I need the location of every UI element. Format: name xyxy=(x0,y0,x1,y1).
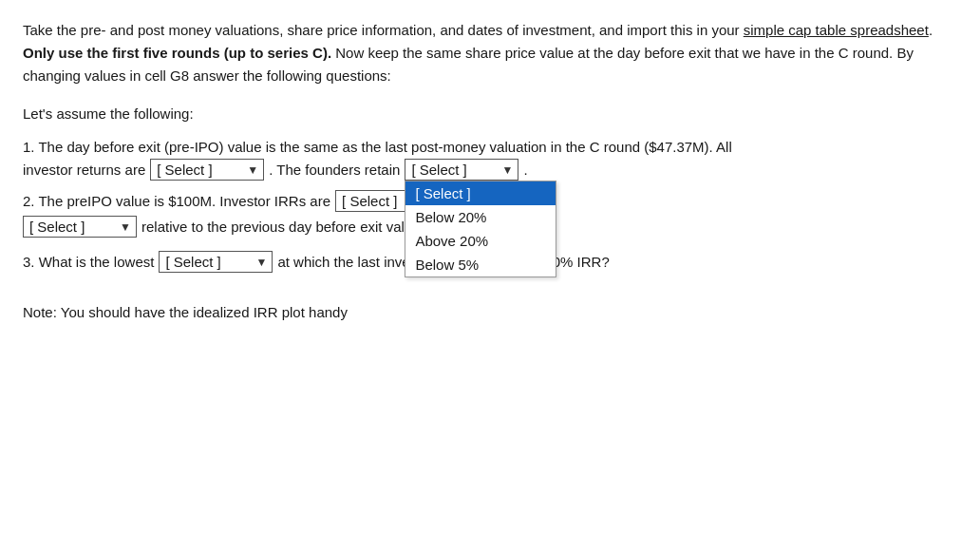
q2-text3: relative to the previous day before exit… xyxy=(141,219,424,235)
q1-select2-wrapper[interactable]: [ Select ] Below 20% Above 20% Below 5% … xyxy=(405,159,518,181)
q1-select2-dropdown[interactable]: [ Select ] Below 20% Above 20% Below 5% xyxy=(405,181,556,277)
intro-text-before-link: Take the pre- and post money valuations,… xyxy=(23,22,744,38)
assume-text: Let's assume the following: xyxy=(23,103,957,125)
q2-select2-wrapper: [ Select ] Below 20% Above 20% Below 5% … xyxy=(23,216,137,238)
question-1: 1. The day before exit (pre-IPO) value i… xyxy=(23,139,957,181)
q3-text1: 3. What is the lowest xyxy=(23,254,154,270)
q1-founders-label: . The founders retain xyxy=(269,162,400,178)
dropdown-item-below5[interactable]: Below 5% xyxy=(405,253,556,276)
q1-select2[interactable]: [ Select ] Below 20% Above 20% Below 5% xyxy=(405,159,518,181)
dropdown-item-below20[interactable]: Below 20% xyxy=(405,205,556,229)
q2-text1: 2. The preIPO value is $100M. Investor I… xyxy=(23,193,330,209)
q2-select2[interactable]: [ Select ] Below 20% Above 20% Below 5% xyxy=(23,216,137,238)
note-text: Note: You should have the idealized IRR … xyxy=(23,304,348,320)
intro-paragraph: Take the pre- and post money valuations,… xyxy=(23,19,957,87)
dropdown-item-above20[interactable]: Above 20% xyxy=(405,229,556,253)
q3-select1-wrapper: [ Select ] Below 20% Above 20% Below 5% … xyxy=(159,251,273,273)
note-section: Note: You should have the idealized IRR … xyxy=(23,301,957,324)
q1-line2: investor returns are [ Select ] Below 20… xyxy=(23,159,957,181)
q3-select1[interactable]: [ Select ] Below 20% Above 20% Below 5% xyxy=(159,251,273,273)
q1-line1: 1. The day before exit (pre-IPO) value i… xyxy=(23,139,957,155)
q1-select1[interactable]: [ Select ] Below 20% Above 20% Below 5% xyxy=(150,159,264,181)
spreadsheet-link[interactable]: simple cap table spreadsheet xyxy=(744,22,929,38)
dropdown-item-select[interactable]: [ Select ] xyxy=(405,181,556,205)
q1-investor-label: investor returns are xyxy=(23,162,145,178)
q1-period: . xyxy=(523,162,527,178)
q1-text-before: 1. The day before exit (pre-IPO) value i… xyxy=(23,139,732,155)
q1-select1-wrapper: [ Select ] Below 20% Above 20% Below 5% … xyxy=(150,159,264,181)
